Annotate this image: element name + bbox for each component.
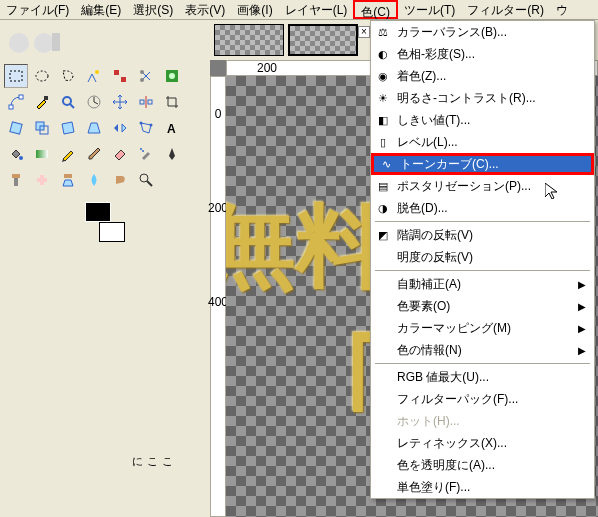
menu-select[interactable]: 選択(S) [127,0,179,19]
menu-layer[interactable]: レイヤー(L) [279,0,354,19]
zoom-tool[interactable] [56,90,80,114]
svg-point-15 [63,97,71,105]
desaturate-icon: ◑ [375,200,391,216]
posterize-icon: ▤ [375,178,391,194]
ruler-vertical: 0200400 [210,76,226,517]
eraser-tool[interactable] [108,142,132,166]
svg-point-4 [36,71,48,81]
menu-value-invert[interactable]: 明度の反転(V) [371,246,594,268]
svg-rect-3 [10,71,22,81]
menu-filters[interactable]: フィルター(R) [461,0,550,19]
menu-view[interactable]: 表示(V) [179,0,231,19]
blend-tool[interactable] [30,142,54,166]
cage-tool[interactable] [134,116,158,140]
menu-filter-pack[interactable]: フィルターパック(F)... [371,388,594,410]
color-swatch[interactable] [85,202,125,242]
bg-color[interactable] [99,222,125,242]
submenu-arrow-icon: ▶ [578,345,586,356]
smudge-tool[interactable] [108,168,132,192]
color-picker-tool[interactable] [30,90,54,114]
paths-tool[interactable] [4,90,28,114]
crop-tool[interactable] [160,90,184,114]
menu-color-to-alpha[interactable]: 色を透明度に(A)... [371,454,594,476]
close-tab-icon[interactable]: × [358,26,370,38]
menu-image[interactable]: 画像(I) [231,0,278,19]
free-select-tool[interactable] [56,64,80,88]
perspective-tool[interactable] [82,116,106,140]
tools-grid: A [0,60,210,196]
fuzzy-select-tool[interactable] [82,64,106,88]
pencil-tool[interactable] [56,142,80,166]
bucket-fill-tool[interactable] [4,142,28,166]
toolbox: A ここに [0,20,210,248]
curves-icon: ∿ [378,156,394,172]
image-tab-2[interactable]: × [288,24,358,56]
menu-threshold[interactable]: ◧しきい値(T)... [371,109,594,131]
menu-map[interactable]: カラーマッピング(M)▶ [371,317,594,339]
menu-hue-saturation[interactable]: ◐色相-彩度(S)... [371,43,594,65]
menu-window[interactable]: ウ [550,0,574,19]
text-tool[interactable]: A [160,116,184,140]
scissors-tool[interactable] [134,64,158,88]
menu-color-balance[interactable]: ⚖カラーバランス(B)... [371,21,594,43]
menu-flat-color[interactable]: 単色塗り(F)... [371,476,594,498]
menu-retinex[interactable]: レティネックス(X)... [371,432,594,454]
svg-point-9 [140,78,144,82]
move-tool[interactable] [108,90,132,114]
svg-rect-33 [12,174,20,178]
colorize-icon: ◉ [375,68,391,84]
dodge-tool[interactable] [134,168,158,192]
perspective-clone-tool[interactable] [56,168,80,192]
color-menu-dropdown: ⚖カラーバランス(B)... ◐色相-彩度(S)... ◉着色(Z)... ☀明… [370,20,595,499]
blur-tool[interactable] [82,168,106,192]
menu-invert[interactable]: ◩階調の反転(V) [371,224,594,246]
svg-point-38 [140,174,148,182]
menu-brightness-contrast[interactable]: ☀明るさ-コントラスト(R)... [371,87,594,109]
blank-icon [375,391,391,407]
menu-hot: ホット(H)... [371,410,594,432]
foreground-select-tool[interactable] [160,64,184,88]
scale-tool[interactable] [30,116,54,140]
menu-levels[interactable]: ▯レベル(L)... [371,131,594,153]
align-tool[interactable] [134,90,158,114]
svg-point-5 [95,70,99,74]
shear-tool[interactable] [56,116,80,140]
ellipse-select-tool[interactable] [30,64,54,88]
balance-icon: ⚖ [375,24,391,40]
svg-text:A: A [167,122,176,136]
menu-auto[interactable]: 自動補正(A)▶ [371,273,594,295]
menu-desaturate[interactable]: ◑脱色(D)... [371,197,594,219]
menu-info[interactable]: 色の情報(N)▶ [371,339,594,361]
invert-icon: ◩ [375,227,391,243]
paintbrush-tool[interactable] [82,142,106,166]
heal-tool[interactable] [30,168,54,192]
clone-tool[interactable] [4,168,28,192]
rect-select-tool[interactable] [4,64,28,88]
separator [375,270,590,271]
airbrush-tool[interactable] [134,142,158,166]
by-color-select-tool[interactable] [108,64,132,88]
blank-icon [375,320,391,336]
blank-icon [375,276,391,292]
menu-curves[interactable]: ∿トーンカーブ(C)... [371,153,594,175]
svg-point-8 [140,70,144,74]
image-tab-1[interactable] [214,24,284,56]
gimp-logo-icon [4,25,64,55]
submenu-arrow-icon: ▶ [578,323,586,334]
menu-file[interactable]: ファイル(F) [0,0,75,19]
svg-rect-13 [19,95,23,99]
mouse-cursor-icon [545,183,561,199]
menu-colorize[interactable]: ◉着色(Z)... [371,65,594,87]
flip-tool[interactable] [108,116,132,140]
blank-icon [375,479,391,495]
rotate-tool[interactable] [4,116,28,140]
menu-rgb-max[interactable]: RGB 値最大(U)... [371,366,594,388]
menu-edit[interactable]: 編集(E) [75,0,127,19]
menu-components[interactable]: 色要素(O)▶ [371,295,594,317]
svg-rect-6 [114,70,119,75]
measure-tool[interactable] [82,90,106,114]
menu-color[interactable]: 色(C) [353,0,398,19]
fg-color[interactable] [85,202,111,222]
menu-tools[interactable]: ツール(T) [398,0,461,19]
ink-tool[interactable] [160,142,184,166]
